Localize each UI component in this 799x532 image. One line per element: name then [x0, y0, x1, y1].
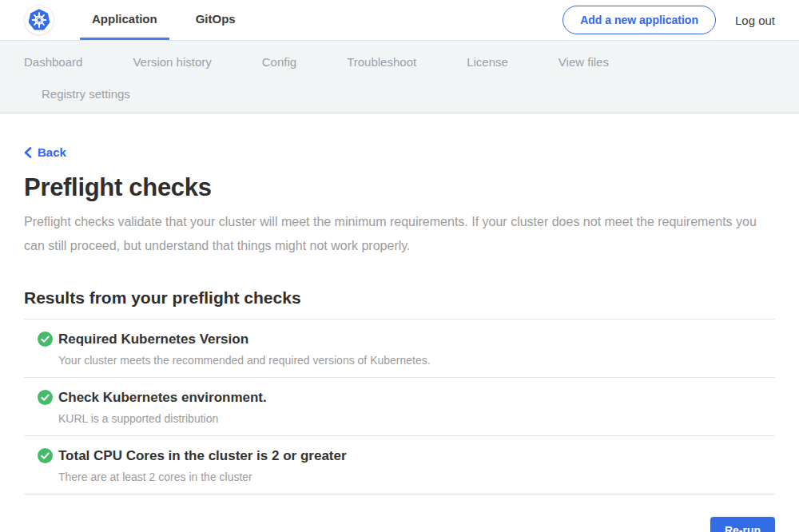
rerun-button[interactable]: Re-run: [710, 517, 775, 532]
preflight-check-row: Check Kubernetes environment. KURL is a …: [24, 377, 775, 435]
preflight-check-row: Required Kubernetes Version Your cluster…: [24, 319, 775, 377]
subnav-row-1: Dashboard Version history Config Trouble…: [24, 49, 775, 74]
kubernetes-logo: [24, 5, 54, 35]
check-description: Your cluster meets the recommended and r…: [58, 354, 431, 367]
back-link-label: Back: [38, 145, 66, 159]
subnav-item[interactable]: License: [467, 55, 508, 69]
page-description: Preflight checks validate that your clus…: [24, 210, 775, 258]
check-title: Required Kubernetes Version: [58, 331, 431, 347]
preflight-page: Back Preflight checks Preflight checks v…: [0, 113, 799, 532]
subnav-item[interactable]: Version history: [133, 55, 211, 69]
check-description: There are at least 2 cores in the cluste…: [58, 470, 347, 483]
check-title: Check Kubernetes environment.: [58, 389, 267, 406]
check-success-icon: [38, 390, 53, 405]
back-link[interactable]: Back: [24, 145, 66, 159]
check-title: Total CPU Cores in the cluster is 2 or g…: [58, 447, 347, 464]
subnav-item[interactable]: Registry settings: [42, 87, 130, 101]
subnav-row-2: Registry settings: [24, 81, 775, 106]
app-subnav: Dashboard Version history Config Trouble…: [0, 41, 799, 113]
footer-actions: Re-run: [24, 517, 775, 532]
tab-gitops[interactable]: GitOps: [184, 0, 248, 40]
app-level-tabs: Application GitOps: [80, 0, 262, 40]
top-nav: Application GitOps Add a new application…: [0, 0, 799, 41]
check-success-icon: [38, 332, 53, 347]
tab-application-label: Application: [92, 12, 157, 26]
preflight-results-list: Required Kubernetes Version Your cluster…: [24, 319, 775, 494]
chevron-left-icon: [24, 147, 32, 158]
check-description: KURL is a supported distribution: [58, 412, 267, 425]
logout-link[interactable]: Log out: [735, 14, 775, 27]
subnav-item[interactable]: Config: [262, 55, 296, 69]
page-title: Preflight checks: [24, 173, 775, 202]
subnav-item[interactable]: View files: [559, 55, 609, 69]
add-new-application-button[interactable]: Add a new application: [562, 6, 716, 34]
preflight-check-row: Total CPU Cores in the cluster is 2 or g…: [24, 435, 775, 494]
subnav-item[interactable]: Dashboard: [24, 55, 82, 69]
subnav-item[interactable]: Troubleshoot: [347, 55, 416, 69]
tab-application[interactable]: Application: [80, 0, 169, 40]
check-success-icon: [38, 448, 53, 463]
tab-gitops-label: GitOps: [196, 12, 236, 26]
results-heading: Results from your preflight checks: [24, 288, 775, 308]
